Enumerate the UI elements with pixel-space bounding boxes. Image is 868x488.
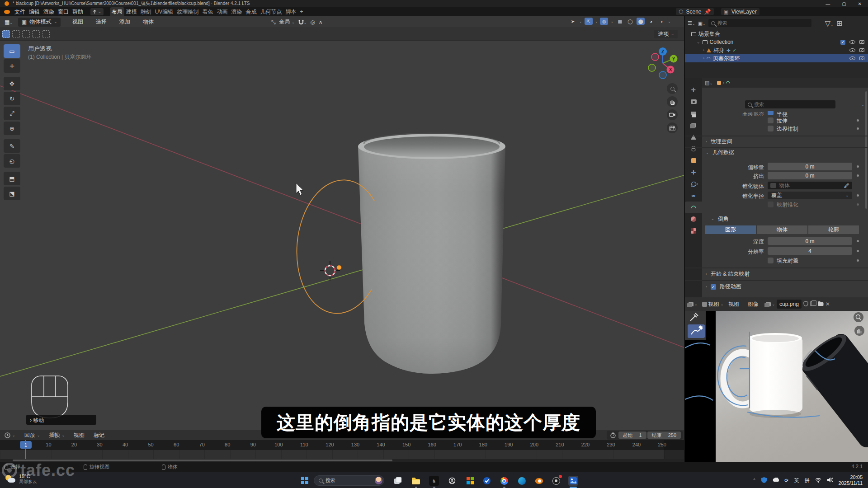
shading-rendered-icon[interactable]: ◑ [657,18,665,25]
viewlayer-selector[interactable]: ▣ViewLayer [721,8,760,15]
taskbar-search[interactable]: 搜索 [314,475,384,486]
image-annotate-tool[interactable] [688,324,705,338]
tray-onedrive-icon[interactable] [772,478,779,483]
snap-icon[interactable]: ⌄ [298,19,307,25]
image-mode-dropdown[interactable]: 视图⌄ [702,300,724,308]
file-explorer-icon[interactable] [411,476,421,486]
image-editor-type-icon[interactable]: ⌄ [688,302,698,306]
workspace-tab-渲染[interactable]: 渲染 [229,7,244,16]
tool-scale[interactable]: ⤢ [4,107,20,120]
select-mode-extend-icon[interactable] [12,30,20,38]
section-start-end-mapping[interactable]: ›开始 & 结束映射 [706,270,750,278]
image-browse-icon[interactable]: ⌄ [766,302,775,306]
workspace-tab-动画[interactable]: 动画 [215,7,229,16]
taper-radius-dropdown[interactable]: 覆盖⌄ [768,192,852,199]
shading-material-icon[interactable]: ◕ [647,18,655,25]
select-mode-subtract-icon[interactable] [22,30,30,38]
selectability-icon[interactable]: ➤ [569,18,577,25]
cup-object[interactable] [358,133,505,374]
xray-icon[interactable]: ▩ [616,18,624,25]
tool-extrude[interactable]: ⬔ [4,187,20,200]
gizmos-icon[interactable]: ⇱ [585,18,593,25]
taskbar-clock[interactable]: 20:052025/11/11 [839,474,863,486]
radius-checkbox[interactable] [768,111,774,115]
blender-logo-icon[interactable] [4,10,10,14]
orientation-icon[interactable]: ⤡ [271,19,276,25]
filter-icon[interactable]: ▽⌄ [825,19,834,28]
timeline-menu-playback[interactable]: 回放⌄ [20,432,45,439]
menu-add[interactable]: 添加 [113,18,137,26]
workspace-tab-脚本[interactable]: 脚本 [283,7,298,16]
open-folder-icon[interactable] [818,301,824,307]
select-mode-intersect-icon[interactable] [42,30,50,38]
frame-end-field[interactable]: 结束250 [647,432,681,439]
tray-sync-icon[interactable]: ⟳ [784,478,788,483]
task-view-icon[interactable] [393,476,403,486]
unlink-icon[interactable]: ✕ [826,301,830,307]
blender-app-taskbar-icon[interactable] [534,476,544,486]
tab-material-icon[interactable] [685,213,702,225]
app-store-icon[interactable] [465,476,475,486]
tab-modifiers-icon[interactable]: ✛ [685,166,702,178]
app-dark-icon[interactable]: ♞ [429,476,439,486]
tab-output-icon[interactable] [685,108,702,119]
bevel-mode-object-button[interactable]: 物体 [757,225,807,234]
copy-image-icon[interactable] [810,301,814,307]
offset-field[interactable]: 0 m [768,163,852,170]
resolution-field[interactable]: 4 [768,247,852,255]
fake-user-icon[interactable] [803,301,808,308]
tab-world-icon[interactable] [685,143,702,155]
maximize-button[interactable]: ▢ [842,1,846,6]
tool-measure[interactable]: ◵ [4,154,20,168]
edge-icon[interactable] [517,476,527,486]
timeline-tracks[interactable] [0,450,684,459]
menu-object[interactable]: 物体 [137,18,160,26]
workspace-tab-布局[interactable]: 布局 [110,7,124,16]
select-mode-invert-icon[interactable] [32,30,40,38]
editor-type-icon[interactable]: ▦⌄ [5,19,13,25]
timeline-menu-keying[interactable]: 插帧⌄ [44,432,69,439]
fill-caps-checkbox[interactable] [768,258,774,263]
close-button[interactable]: ✕ [858,1,862,6]
workspace-tab-+[interactable]: + [298,7,305,16]
tool-transform[interactable]: ⊕ [4,122,20,135]
tool-add-cube[interactable]: ⬒ [4,172,20,185]
falloff-icon[interactable]: ∧ [319,19,323,25]
windows-start-button[interactable] [301,477,308,484]
overlays-icon[interactable]: ◍ [600,18,608,25]
tab-render-icon[interactable] [685,96,702,108]
tool-cursor[interactable]: ✛ [4,59,20,73]
keying-icon[interactable] [609,432,618,438]
tray-chevron-icon[interactable]: ⌃ [753,478,756,483]
menu-file[interactable]: 文件 [13,8,27,16]
mode-dropdown[interactable]: ▣物体模式⌄ [18,18,61,27]
properties-search-input[interactable]: 搜索 [745,100,835,108]
timeline-ruler[interactable]: 1020304050607080901001101201301401501601… [0,440,684,450]
outliner-display-mode-icon[interactable]: ▣⌄ [698,20,706,26]
bevel-mode-profile-button[interactable]: 轮廓 [808,225,859,234]
menu-window[interactable]: 窗口 [56,8,71,16]
outliner-row-bezier-circle[interactable]: ›◠贝塞尔圆环 [685,54,868,62]
image-eyedropper-tool[interactable] [688,313,701,323]
workspace-tab-雕刻[interactable]: 雕刻 [139,7,153,16]
workspace-tab-纹理绘制[interactable]: 纹理绘制 [175,7,200,16]
tab-object-icon[interactable] [685,155,702,166]
proportional-edit-icon[interactable]: ◎ [310,19,315,25]
stretch-checkbox[interactable] [768,117,774,123]
timeline-menu-marker[interactable]: 标记 [89,432,109,439]
orientation-dropdown[interactable]: 全局 ⌄ [279,18,295,26]
zoom-icon[interactable] [667,83,678,94]
navigation-gizmo[interactable]: Z Y X [645,45,681,81]
workspace-switch-button[interactable]: ⌄ [90,8,104,15]
obs-icon[interactable] [551,476,561,486]
menu-view[interactable]: 视图 [66,18,90,26]
outliner-search-input[interactable]: 搜索 [708,19,811,27]
app-snipping-icon[interactable] [447,476,457,486]
tab-tool-icon[interactable]: ✛ [685,84,702,96]
tab-scene-icon[interactable] [685,131,702,143]
outliner-row-collection[interactable]: ⌄Collection ✓ [685,38,868,46]
tab-data-icon[interactable]: ◠ [685,202,702,213]
tool-move[interactable]: ✥ [4,77,20,90]
tab-texture-icon[interactable] [685,225,702,237]
tab-physics-icon[interactable] [685,178,702,190]
